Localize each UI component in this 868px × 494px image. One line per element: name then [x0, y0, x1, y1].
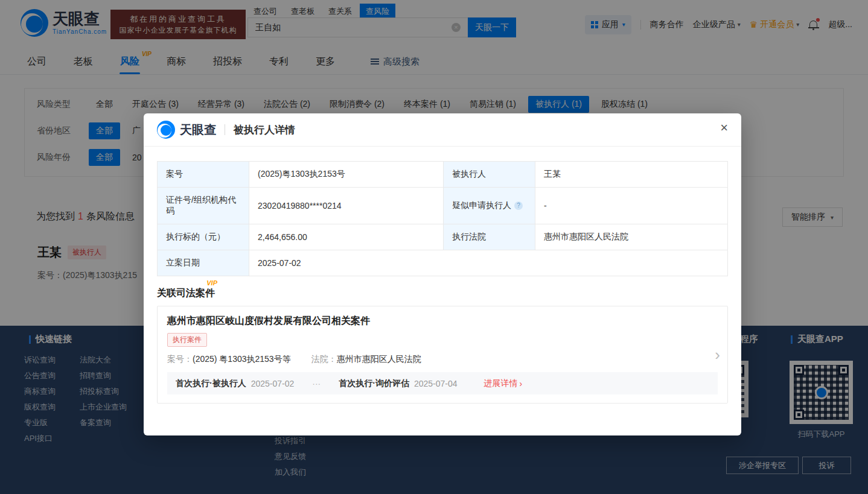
- question-icon[interactable]: ?: [514, 201, 523, 210]
- table-row: 执行标的（元） 2,464,656.00 执行法院 惠州市惠阳区人民法院: [158, 224, 728, 250]
- related-cases-section-title: VIP 关联司法案件: [157, 287, 215, 300]
- modal-brand: 天眼查: [180, 122, 216, 138]
- tianyancha-logo-icon: [157, 121, 175, 139]
- court-label: 法院：: [311, 354, 337, 365]
- table-label: 疑似申请执行人?: [444, 188, 535, 224]
- table-label: 执行标的（元）: [158, 224, 249, 250]
- case-number-value: (2025) 粤1303执2153号等: [193, 354, 291, 365]
- court-value: 惠州市惠阳区人民法院: [337, 354, 421, 365]
- table-value: -: [535, 188, 728, 224]
- ellipsis-icon: ···: [312, 379, 321, 388]
- modal-title: 被执行人详情: [234, 123, 295, 137]
- table-row: 立案日期 2025-07-02: [158, 250, 728, 276]
- table-value: (2025)粤1303执2153号: [249, 162, 444, 188]
- chevron-right-icon: ›: [520, 379, 523, 388]
- table-label: 案号: [158, 162, 249, 188]
- chevron-right-icon: ›: [715, 347, 720, 363]
- suspected-applicant-label: 疑似申请执行人: [452, 200, 511, 210]
- modal-body: 案号 (2025)粤1303执2153号 被执行人 王某 证件号/组织机构代码 …: [144, 147, 741, 404]
- table-row: 证件号/组织机构代码 23020419880****0214 疑似申请执行人? …: [158, 188, 728, 224]
- case-number-label: 案号：: [167, 354, 193, 365]
- executed-person-modal: 天眼查 被执行人详情 × 案号 (2025)粤1303执2153号 被执行人 王…: [144, 113, 741, 435]
- table-label: 证件号/组织机构代码: [158, 188, 249, 224]
- executed-person-table: 案号 (2025)粤1303执2153号 被执行人 王某 证件号/组织机构代码 …: [157, 161, 728, 276]
- table-row: 案号 (2025)粤1303执2153号 被执行人 王某: [158, 162, 728, 188]
- case-timeline: 首次执行·被执行人 2025-07-02 ··· 首次执行·询价评估 2025-…: [167, 372, 718, 394]
- progress-detail-link[interactable]: 进展详情 ›: [484, 378, 523, 389]
- case-type-badge: 执行案件: [167, 333, 207, 347]
- table-label: 立案日期: [158, 250, 249, 276]
- case-title: 惠州市惠阳区岐山度假村发展有限公司相关案件: [167, 315, 718, 328]
- table-value: 2025-07-02: [249, 250, 728, 276]
- table-value: 王某: [535, 162, 728, 188]
- divider: [225, 124, 225, 135]
- vip-badge: VIP: [206, 279, 217, 287]
- timeline-event: 首次执行·询价评估: [339, 378, 409, 389]
- progress-detail-label: 进展详情: [484, 378, 518, 389]
- timeline-date: 2025-07-04: [414, 379, 458, 388]
- section-title-text: 关联司法案件: [157, 288, 215, 298]
- modal-header: 天眼查 被执行人详情 ×: [144, 113, 741, 147]
- table-label: 被执行人: [444, 162, 535, 188]
- close-icon[interactable]: ×: [720, 121, 728, 135]
- timeline-event: 首次执行·被执行人: [176, 378, 246, 389]
- tianyancha-page: 天眼查 TianYanCha.com 都在用的商业查询工具 国家中小企业发展子基…: [0, 0, 868, 494]
- timeline-date: 2025-07-02: [251, 379, 295, 388]
- table-value: 23020419880****0214: [249, 188, 444, 224]
- table-label: 执行法院: [444, 224, 535, 250]
- table-value: 2,464,656.00: [249, 224, 444, 250]
- related-case-card[interactable]: 惠州市惠阳区岐山度假村发展有限公司相关案件 执行案件 案号： (2025) 粤1…: [157, 306, 728, 404]
- case-info-row: 案号： (2025) 粤1303执2153号等 法院： 惠州市惠阳区人民法院: [167, 354, 718, 365]
- table-value: 惠州市惠阳区人民法院: [535, 224, 728, 250]
